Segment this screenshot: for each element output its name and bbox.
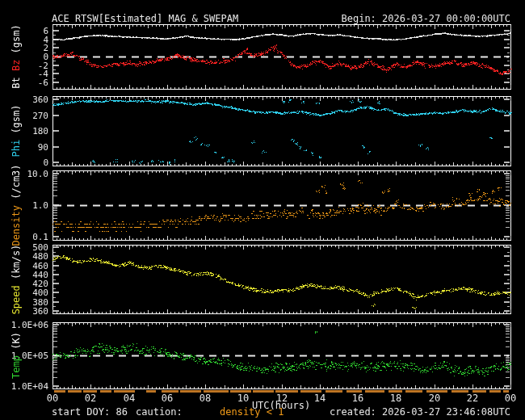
y-tick-label: 180 — [0, 127, 48, 136]
y-axis-label-part: Speed — [10, 285, 22, 314]
y-tick-label: 270 — [0, 111, 48, 120]
x-tick-label: 18 — [390, 393, 401, 403]
y-axis-label-part: (gsm) — [10, 24, 22, 59]
x-tick-label: 22 — [467, 393, 478, 403]
x-tick-label: 02 — [85, 393, 96, 403]
created-timestamp: created: 2026-03-27 23:46:08UTC — [330, 407, 510, 418]
y-axis-label-part: Bz — [10, 60, 22, 71]
y-axis-label: Phi (gsm) — [11, 104, 21, 157]
y-tick-label: 1.0 — [0, 201, 48, 210]
y-axis-label: Density (/cm3) — [11, 164, 21, 246]
y-tick-label: 0 — [0, 158, 48, 167]
plot-canvas — [0, 0, 525, 420]
y-tick-label: 2 — [0, 44, 48, 52]
y-axis-label-part: Temp — [10, 355, 22, 379]
x-tick-label: 06 — [162, 393, 173, 403]
y-tick-label: 1.0E+06 — [0, 321, 48, 330]
x-tick-label: 04 — [124, 393, 135, 403]
caution-value: density < 1 — [220, 407, 284, 418]
y-axis-label-part: Bt — [10, 71, 22, 89]
y-axis-label: Temp (K) — [11, 332, 21, 379]
y-tick-label: -6 — [0, 78, 48, 87]
y-tick-label: 480 — [0, 252, 48, 261]
y-tick-label: 0.1 — [0, 233, 48, 242]
caution-label: caution: — [136, 407, 183, 418]
x-tick-label: 16 — [352, 393, 363, 403]
y-tick-label: 400 — [0, 288, 48, 297]
y-axis-label-part: (gsm) — [10, 104, 22, 139]
y-tick-label: 360 — [0, 95, 48, 104]
y-tick-label: 360 — [0, 307, 48, 316]
begin-timestamp: Begin: 2026-03-27 00:00:00UTC — [341, 14, 510, 24]
y-tick-label: 6 — [0, 27, 48, 36]
y-axis-label-part: (/cm3) — [10, 164, 22, 205]
y-tick-label: 1.0E+04 — [0, 382, 48, 391]
y-axis-label-part: (km/s) — [10, 244, 22, 285]
x-tick-label: 14 — [314, 393, 326, 403]
y-axis-label: Speed (km/s) — [11, 244, 21, 314]
x-tick-label: 00 — [47, 393, 58, 403]
x-tick-label: 10 — [237, 393, 249, 403]
y-tick-label: 10.0 — [0, 170, 48, 178]
ace-rtsw-figure: ACE RTSW[Estimated] MAG & SWEPAM Begin: … — [0, 0, 525, 420]
y-axis-label-part: Phi — [10, 140, 22, 158]
y-axis-label-part: Density — [10, 205, 22, 246]
y-tick-label: 1.0E+05 — [0, 351, 48, 360]
x-tick-label: 20 — [429, 393, 440, 403]
start-doy-text: start DOY: 86 — [52, 407, 128, 418]
y-axis-label: Bt Bz (gsm) — [11, 24, 21, 89]
x-tick-label: 00 — [505, 393, 516, 403]
y-tick-label: 90 — [0, 143, 48, 152]
x-tick-label: 08 — [200, 393, 211, 403]
page-title: ACE RTSW[Estimated] MAG & SWEPAM — [52, 14, 238, 24]
y-axis-label-part: (K) — [10, 332, 22, 355]
